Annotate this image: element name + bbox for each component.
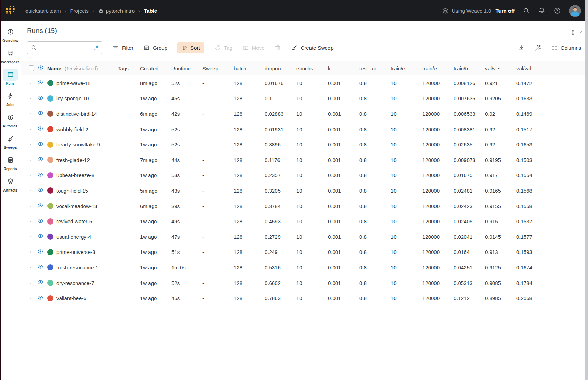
create-sweep-button[interactable]: Create Sweep xyxy=(291,44,333,51)
run-color-dot[interactable] xyxy=(47,249,53,255)
sort-button[interactable]: Sort xyxy=(177,42,204,53)
visibility-eye-icon[interactable] xyxy=(37,80,43,86)
run-name-link[interactable]: usual-energy-4 xyxy=(56,234,91,240)
sidebar-item-automat[interactable]: Automat. xyxy=(0,111,20,128)
drag-handle[interactable] xyxy=(30,251,31,253)
vertical-scrollbar[interactable] xyxy=(585,0,588,380)
visibility-eye-icon[interactable] xyxy=(38,65,44,71)
column-header-train-tr[interactable]: train/tr xyxy=(454,65,485,71)
notifications-bell-icon[interactable] xyxy=(538,7,546,14)
column-header-created[interactable]: Created xyxy=(140,65,171,71)
drag-handle[interactable] xyxy=(30,175,31,176)
run-name-link[interactable]: fresh-glade-12 xyxy=(56,157,90,163)
run-color-dot[interactable] xyxy=(47,126,53,132)
run-color-dot[interactable] xyxy=(47,95,53,102)
run-color-dot[interactable] xyxy=(47,264,53,270)
visibility-eye-icon[interactable] xyxy=(37,157,43,163)
run-name-link[interactable]: tough-field-15 xyxy=(56,188,88,194)
run-name-link[interactable]: prime-universe-3 xyxy=(56,249,95,255)
breadcrumb-projects[interactable]: Projects xyxy=(70,8,89,14)
column-header-batch-[interactable]: batch_ xyxy=(234,65,265,71)
visibility-eye-icon[interactable] xyxy=(37,280,43,286)
collapse-chevron-left-icon[interactable] xyxy=(579,30,584,35)
run-color-dot[interactable] xyxy=(47,280,53,286)
visibility-eye-icon[interactable] xyxy=(37,95,43,102)
search-input[interactable] xyxy=(40,45,92,51)
run-name-link[interactable]: valiant-bee-6 xyxy=(56,295,86,301)
run-color-dot[interactable] xyxy=(47,218,53,225)
sidebar-item-reports[interactable]: Reports xyxy=(0,154,20,171)
visibility-eye-icon[interactable] xyxy=(37,187,43,194)
run-name-link[interactable]: dry-resonance-7 xyxy=(56,280,94,286)
search-icon[interactable] xyxy=(523,7,530,14)
run-name-link[interactable]: icy-sponge-10 xyxy=(56,95,89,101)
visibility-eye-icon[interactable] xyxy=(37,172,43,178)
breadcrumb-team[interactable]: quickstart-team xyxy=(25,8,61,14)
run-color-dot[interactable] xyxy=(47,234,53,240)
visibility-eye-icon[interactable] xyxy=(37,203,43,209)
column-header-val-v[interactable]: val/v▼ xyxy=(485,65,516,71)
drag-handle[interactable] xyxy=(30,98,31,99)
sidebar-item-workspace[interactable]: Workspace xyxy=(0,47,20,64)
column-header-epochs[interactable]: epochs xyxy=(296,65,328,71)
weave-turn-off-button[interactable]: Turn off xyxy=(495,8,515,14)
column-header-tags[interactable]: Tags xyxy=(118,65,140,71)
sidebar-item-runs[interactable]: Runs xyxy=(0,69,20,85)
run-color-dot[interactable] xyxy=(47,172,53,178)
run-name-link[interactable]: upbeat-breeze-8 xyxy=(56,172,94,178)
drag-handle[interactable] xyxy=(30,83,31,84)
drag-handle[interactable] xyxy=(30,160,31,161)
visibility-eye-icon[interactable] xyxy=(37,264,43,270)
run-name-link[interactable]: fresh-resonance-1 xyxy=(56,265,98,270)
wandb-logo[interactable] xyxy=(5,5,17,17)
column-header-train-e-[interactable]: train/e: xyxy=(422,65,454,71)
run-color-dot[interactable] xyxy=(47,80,53,86)
move-button[interactable]: Move xyxy=(242,44,265,51)
group-button[interactable]: Group xyxy=(143,44,167,51)
run-name-link[interactable]: wobbly-field-2 xyxy=(56,126,88,132)
regex-toggle[interactable]: .* xyxy=(94,45,98,51)
drag-handle[interactable] xyxy=(30,267,31,268)
filter-button[interactable]: Filter xyxy=(112,44,133,51)
table-panel-icon[interactable] xyxy=(570,29,576,36)
sidebar-item-jobs[interactable]: Jobs xyxy=(0,90,20,107)
run-color-dot[interactable] xyxy=(47,142,53,148)
run-color-dot[interactable] xyxy=(47,295,53,301)
run-name-link[interactable]: distinctive-bird-14 xyxy=(56,111,97,117)
sidebar-item-artifacts[interactable]: Artifacts xyxy=(0,175,20,192)
column-header-train-e[interactable]: train/e xyxy=(391,65,422,71)
drag-handle[interactable] xyxy=(30,113,31,114)
drag-handle[interactable] xyxy=(30,283,31,284)
drag-handle[interactable] xyxy=(30,221,31,222)
visibility-eye-icon[interactable] xyxy=(37,234,43,240)
drag-handle[interactable] xyxy=(30,206,31,207)
column-header-test-ac[interactable]: test_ac xyxy=(359,65,391,71)
name-column-divider[interactable] xyxy=(113,61,113,324)
drag-handle[interactable] xyxy=(30,129,31,130)
run-name-link[interactable]: revived-water-5 xyxy=(56,218,92,224)
column-header-sweep[interactable]: Sweep xyxy=(202,65,234,71)
select-all-checkbox[interactable] xyxy=(29,65,34,71)
help-icon[interactable] xyxy=(554,7,561,14)
download-icon[interactable] xyxy=(518,44,525,51)
name-header-label[interactable]: Name xyxy=(47,65,61,71)
column-header-val-val[interactable]: val/val xyxy=(516,65,585,71)
run-name-link[interactable]: hearty-snowflake-9 xyxy=(56,142,100,147)
visibility-eye-icon[interactable] xyxy=(37,218,43,225)
run-name-link[interactable]: vocal-meadow-13 xyxy=(56,203,97,209)
visibility-eye-icon[interactable] xyxy=(37,249,43,255)
visibility-eye-icon[interactable] xyxy=(37,111,43,117)
sidebar-item-sweeps[interactable]: Sweeps xyxy=(0,133,20,150)
drag-handle[interactable] xyxy=(30,298,31,299)
columns-button[interactable]: Columns xyxy=(551,44,581,51)
column-header-lr[interactable]: lr xyxy=(328,65,359,71)
visibility-eye-icon[interactable] xyxy=(37,126,43,132)
drag-handle[interactable] xyxy=(30,190,31,191)
sidebar-item-overview[interactable]: Overview xyxy=(0,26,20,43)
breadcrumb-project[interactable]: pytorch-intro xyxy=(106,8,135,14)
column-header-dropou[interactable]: dropou xyxy=(265,65,296,71)
run-name-link[interactable]: prime-wave-11 xyxy=(56,80,90,86)
run-color-dot[interactable] xyxy=(47,111,53,117)
drag-handle[interactable] xyxy=(30,236,31,237)
delete-button[interactable] xyxy=(274,44,281,51)
